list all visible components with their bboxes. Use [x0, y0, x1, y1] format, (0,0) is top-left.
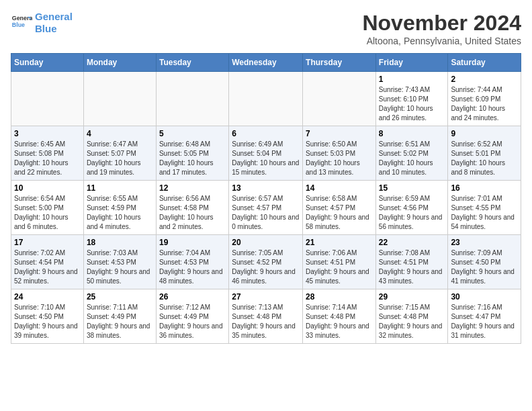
day-info: Sunrise: 6:48 AMSunset: 5:05 PMDaylight:… — [159, 140, 226, 177]
calendar-cell: 2Sunrise: 7:44 AMSunset: 6:09 PMDaylight… — [448, 72, 521, 126]
day-number: 16 — [451, 183, 518, 193]
calendar-cell: 7Sunrise: 6:50 AMSunset: 5:03 PMDaylight… — [303, 126, 376, 181]
day-number: 26 — [159, 292, 226, 302]
calendar-cell: 23Sunrise: 7:09 AMSunset: 4:50 PMDayligh… — [448, 235, 521, 289]
day-info: Sunrise: 7:10 AMSunset: 4:50 PMDaylight:… — [14, 303, 81, 340]
logo-icon: General Blue — [11, 12, 32, 34]
svg-text:Blue: Blue — [12, 21, 25, 28]
header-cell-saturday: Saturday — [448, 54, 521, 72]
logo-text: General Blue — [35, 11, 73, 35]
day-info: Sunrise: 6:47 AMSunset: 5:07 PMDaylight:… — [87, 140, 153, 177]
day-number: 7 — [306, 129, 373, 138]
week-row-4: 17Sunrise: 7:02 AMSunset: 4:54 PMDayligh… — [11, 235, 521, 289]
day-info: Sunrise: 7:01 AMSunset: 4:55 PMDaylight:… — [451, 194, 518, 232]
day-info: Sunrise: 7:44 AMSunset: 6:09 PMDaylight:… — [451, 85, 518, 123]
day-number: 3 — [14, 129, 81, 138]
header-cell-tuesday: Tuesday — [156, 54, 228, 72]
calendar-cell: 6Sunrise: 6:49 AMSunset: 5:04 PMDaylight… — [229, 126, 303, 181]
week-row-1: 1Sunrise: 7:43 AMSunset: 6:10 PMDaylight… — [11, 72, 521, 126]
day-number: 28 — [306, 292, 373, 302]
day-number: 22 — [379, 238, 445, 247]
calendar-cell: 1Sunrise: 7:43 AMSunset: 6:10 PMDaylight… — [375, 72, 448, 126]
calendar-cell — [229, 72, 303, 126]
calendar-cell: 14Sunrise: 6:58 AMSunset: 4:57 PMDayligh… — [303, 181, 376, 235]
day-number: 23 — [451, 238, 518, 247]
day-number: 30 — [451, 292, 518, 302]
calendar-cell: 13Sunrise: 6:57 AMSunset: 4:57 PMDayligh… — [229, 181, 303, 235]
day-info: Sunrise: 7:06 AMSunset: 4:51 PMDaylight:… — [306, 248, 373, 286]
day-info: Sunrise: 7:05 AMSunset: 4:52 PMDaylight:… — [232, 248, 300, 286]
day-info: Sunrise: 7:13 AMSunset: 4:48 PMDaylight:… — [232, 303, 300, 340]
calendar-cell: 5Sunrise: 6:48 AMSunset: 5:05 PMDaylight… — [156, 126, 228, 181]
calendar-cell: 29Sunrise: 7:15 AMSunset: 4:48 PMDayligh… — [375, 289, 448, 344]
day-info: Sunrise: 6:52 AMSunset: 5:01 PMDaylight:… — [451, 140, 518, 177]
logo: General Blue General Blue — [11, 11, 73, 35]
calendar-cell: 15Sunrise: 6:59 AMSunset: 4:56 PMDayligh… — [375, 181, 448, 235]
calendar-cell: 18Sunrise: 7:03 AMSunset: 4:53 PMDayligh… — [83, 235, 156, 289]
day-info: Sunrise: 6:50 AMSunset: 5:03 PMDaylight:… — [306, 140, 373, 177]
header-cell-thursday: Thursday — [303, 54, 376, 72]
day-number: 6 — [232, 129, 300, 138]
calendar-cell — [83, 72, 156, 126]
svg-text:General: General — [12, 15, 32, 21]
day-number: 4 — [87, 129, 153, 138]
day-number: 10 — [14, 183, 81, 193]
calendar-cell: 4Sunrise: 6:47 AMSunset: 5:07 PMDaylight… — [83, 126, 156, 181]
day-number: 5 — [159, 129, 226, 138]
day-number: 14 — [306, 183, 373, 193]
calendar-cell: 11Sunrise: 6:55 AMSunset: 4:59 PMDayligh… — [83, 181, 156, 235]
day-info: Sunrise: 7:09 AMSunset: 4:50 PMDaylight:… — [451, 248, 518, 286]
day-info: Sunrise: 6:55 AMSunset: 4:59 PMDaylight:… — [87, 194, 153, 232]
day-info: Sunrise: 6:58 AMSunset: 4:57 PMDaylight:… — [306, 194, 373, 232]
day-info: Sunrise: 7:02 AMSunset: 4:54 PMDaylight:… — [14, 248, 81, 286]
day-info: Sunrise: 7:43 AMSunset: 6:10 PMDaylight:… — [379, 85, 445, 123]
month-title: November 2024 — [362, 11, 521, 36]
calendar-cell: 8Sunrise: 6:51 AMSunset: 5:02 PMDaylight… — [375, 126, 448, 181]
day-info: Sunrise: 6:49 AMSunset: 5:04 PMDaylight:… — [232, 140, 300, 177]
calendar-cell — [11, 72, 84, 126]
day-info: Sunrise: 6:59 AMSunset: 4:56 PMDaylight:… — [379, 194, 445, 232]
title-area: November 2024 Altoona, Pennsylvania, Uni… — [362, 11, 521, 46]
day-number: 17 — [14, 238, 81, 247]
day-number: 24 — [14, 292, 81, 302]
day-info: Sunrise: 7:15 AMSunset: 4:48 PMDaylight:… — [379, 303, 445, 340]
calendar-cell: 30Sunrise: 7:16 AMSunset: 4:47 PMDayligh… — [448, 289, 521, 344]
day-number: 25 — [87, 292, 153, 302]
week-row-5: 24Sunrise: 7:10 AMSunset: 4:50 PMDayligh… — [11, 289, 521, 344]
header-cell-friday: Friday — [375, 54, 448, 72]
day-number: 8 — [379, 129, 445, 138]
calendar-cell: 24Sunrise: 7:10 AMSunset: 4:50 PMDayligh… — [11, 289, 84, 344]
day-number: 11 — [87, 183, 153, 193]
day-number: 21 — [306, 238, 373, 247]
day-info: Sunrise: 6:51 AMSunset: 5:02 PMDaylight:… — [379, 140, 445, 177]
day-number: 27 — [232, 292, 300, 302]
day-number: 29 — [379, 292, 445, 302]
calendar-cell: 21Sunrise: 7:06 AMSunset: 4:51 PMDayligh… — [303, 235, 376, 289]
calendar-table: SundayMondayTuesdayWednesdayThursdayFrid… — [11, 53, 521, 344]
day-number: 12 — [159, 183, 226, 193]
calendar-cell: 17Sunrise: 7:02 AMSunset: 4:54 PMDayligh… — [11, 235, 84, 289]
day-info: Sunrise: 6:56 AMSunset: 4:58 PMDaylight:… — [159, 194, 226, 232]
logo-line1: General — [35, 11, 73, 22]
header-cell-sunday: Sunday — [11, 54, 84, 72]
day-number: 13 — [232, 183, 300, 193]
week-row-3: 10Sunrise: 6:54 AMSunset: 5:00 PMDayligh… — [11, 181, 521, 235]
day-number: 2 — [451, 75, 518, 84]
day-info: Sunrise: 7:14 AMSunset: 4:48 PMDaylight:… — [306, 303, 373, 340]
calendar-cell — [156, 72, 228, 126]
calendar-cell: 27Sunrise: 7:13 AMSunset: 4:48 PMDayligh… — [229, 289, 303, 344]
day-number: 19 — [159, 238, 226, 247]
week-row-2: 3Sunrise: 6:45 AMSunset: 5:08 PMDaylight… — [11, 126, 521, 181]
logo-line2: Blue — [35, 23, 57, 34]
day-number: 15 — [379, 183, 445, 193]
calendar-cell: 22Sunrise: 7:08 AMSunset: 4:51 PMDayligh… — [375, 235, 448, 289]
header: General Blue General Blue November 2024 … — [11, 11, 521, 46]
day-info: Sunrise: 6:54 AMSunset: 5:00 PMDaylight:… — [14, 194, 81, 232]
calendar-cell: 19Sunrise: 7:04 AMSunset: 4:53 PMDayligh… — [156, 235, 228, 289]
day-number: 1 — [379, 75, 445, 84]
day-info: Sunrise: 7:08 AMSunset: 4:51 PMDaylight:… — [379, 248, 445, 286]
day-info: Sunrise: 7:16 AMSunset: 4:47 PMDaylight:… — [451, 303, 518, 340]
calendar-cell — [303, 72, 376, 126]
day-info: Sunrise: 6:45 AMSunset: 5:08 PMDaylight:… — [14, 140, 81, 177]
day-info: Sunrise: 7:04 AMSunset: 4:53 PMDaylight:… — [159, 248, 226, 286]
